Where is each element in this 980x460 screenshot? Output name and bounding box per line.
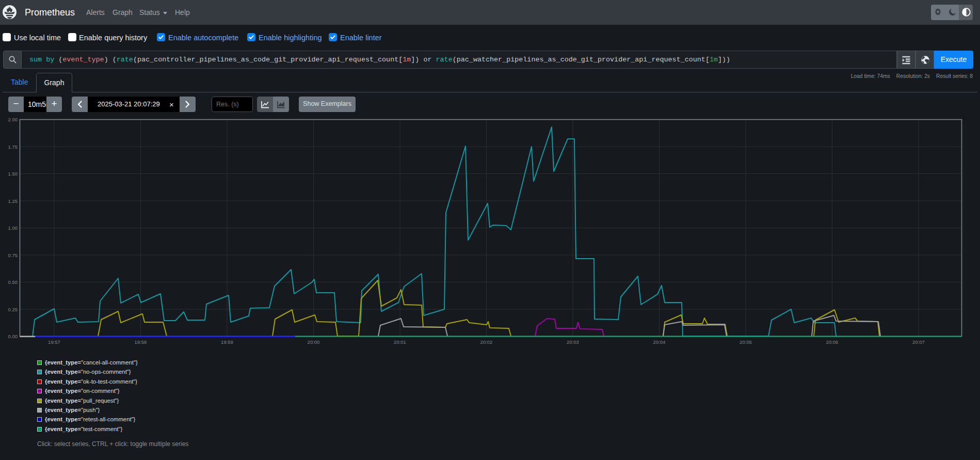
svg-text:20:04: 20:04 [653,339,666,345]
svg-text:20:06: 20:06 [826,339,839,345]
svg-text:20:07: 20:07 [912,339,925,345]
svg-text:20:02: 20:02 [480,339,493,345]
svg-text:1.75: 1.75 [8,144,18,150]
svg-text:0.00: 0.00 [8,334,18,339]
svg-text:20:03: 20:03 [567,339,579,345]
svg-text:0.25: 0.25 [8,307,18,312]
svg-text:0.50: 0.50 [8,279,18,285]
svg-text:20:00: 20:00 [308,339,320,345]
svg-text:20:05: 20:05 [740,339,752,345]
svg-text:1.00: 1.00 [8,225,18,231]
svg-text:2.00: 2.00 [8,117,18,122]
svg-text:0.75: 0.75 [8,252,18,258]
svg-text:19:58: 19:58 [135,339,147,345]
svg-text:19:59: 19:59 [221,339,233,345]
svg-text:1.25: 1.25 [8,198,18,204]
svg-text:1.50: 1.50 [8,171,18,177]
svg-text:19:57: 19:57 [48,339,60,345]
svg-text:20:01: 20:01 [394,339,406,345]
